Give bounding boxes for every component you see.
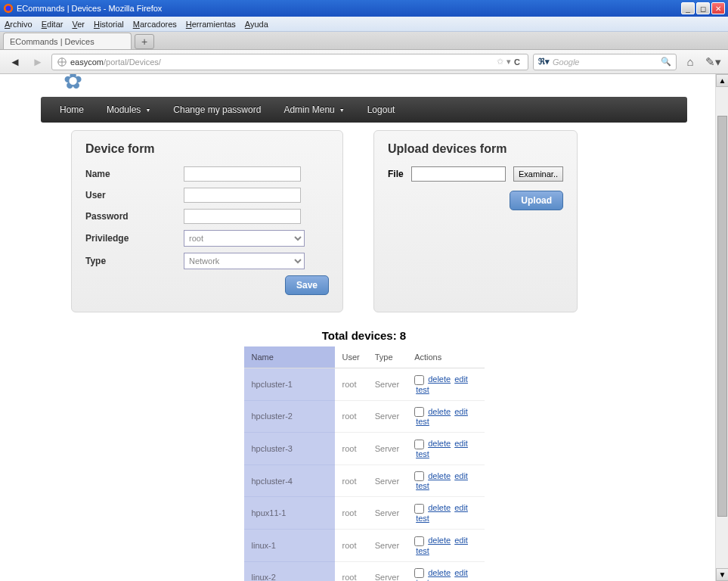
- file-label: File: [388, 169, 404, 179]
- menu-herramientas[interactable]: Herramientas: [186, 20, 236, 29]
- delete-link[interactable]: delete: [428, 407, 451, 416]
- maximize-button[interactable]: ◻: [696, 2, 710, 14]
- nav-home[interactable]: Home: [48, 97, 95, 123]
- table-row: hpcluster-3rootServerdelete edit test: [244, 433, 485, 465]
- menu-editar[interactable]: Editar: [42, 20, 64, 29]
- edit-link[interactable]: edit: [454, 407, 468, 416]
- row-checkbox[interactable]: [414, 440, 424, 449]
- upload-button[interactable]: Upload: [510, 191, 563, 210]
- menu-ver[interactable]: Ver: [72, 20, 85, 29]
- test-link[interactable]: test: [416, 449, 429, 458]
- forward-button[interactable]: ►: [29, 53, 47, 71]
- delete-link[interactable]: delete: [428, 503, 451, 512]
- edit-link[interactable]: edit: [454, 503, 468, 512]
- bookmarks-button[interactable]: ✎▾: [704, 53, 722, 71]
- total-devices-label: Total devices: 8: [41, 329, 687, 342]
- test-link[interactable]: test: [416, 578, 429, 581]
- th-user[interactable]: User: [335, 346, 367, 368]
- row-checkbox[interactable]: [414, 504, 424, 514]
- cell-name: linux-1: [244, 529, 335, 561]
- menu-ayuda[interactable]: Ayuda: [245, 20, 268, 29]
- row-checkbox[interactable]: [414, 407, 424, 417]
- feed-icon[interactable]: ✩: [497, 57, 503, 67]
- viewport: ✿ Home Modules▼ Change my password Admin…: [0, 74, 728, 581]
- type-select[interactable]: Network: [184, 253, 305, 269]
- nav-logout[interactable]: Logout: [356, 97, 407, 123]
- save-button[interactable]: Save: [285, 275, 329, 295]
- edit-link[interactable]: edit: [454, 374, 468, 384]
- test-link[interactable]: test: [416, 417, 429, 426]
- th-name[interactable]: Name: [244, 346, 335, 368]
- minimize-button[interactable]: _: [681, 2, 695, 14]
- browser-tab[interactable]: ECommands | Devices: [3, 33, 132, 49]
- test-link[interactable]: test: [416, 514, 429, 523]
- delete-link[interactable]: delete: [428, 536, 451, 545]
- password-input[interactable]: [184, 209, 301, 224]
- row-checkbox[interactable]: [414, 536, 424, 546]
- delete-link[interactable]: delete: [428, 439, 451, 448]
- edit-link[interactable]: edit: [454, 471, 468, 480]
- delete-link[interactable]: delete: [428, 568, 451, 577]
- home-button[interactable]: ⌂: [681, 53, 699, 71]
- search-placeholder: Google: [553, 57, 579, 67]
- url-input[interactable]: easycom/portal/Devices/ ✩ ▾ C: [51, 54, 528, 70]
- test-link[interactable]: test: [416, 481, 429, 490]
- nav-change-password[interactable]: Change my password: [162, 97, 272, 123]
- device-form-panel: Device form Name User Password Priviledg…: [71, 130, 343, 312]
- cell-actions: delete edit test: [407, 368, 484, 401]
- edit-link[interactable]: edit: [454, 568, 468, 577]
- test-link[interactable]: test: [416, 385, 429, 394]
- user-input[interactable]: [184, 188, 301, 203]
- row-checkbox[interactable]: [414, 471, 424, 481]
- scroll-up-button[interactable]: ▲: [716, 74, 728, 87]
- type-label: Type: [85, 256, 184, 266]
- name-input[interactable]: [184, 166, 301, 182]
- cell-user: root: [335, 529, 367, 561]
- chevron-down-icon: ▼: [145, 107, 150, 113]
- new-tab-button[interactable]: +: [135, 34, 154, 49]
- row-checkbox[interactable]: [414, 375, 424, 385]
- table-row: hpcluster-2rootServerdelete edit test: [244, 400, 485, 433]
- back-button[interactable]: ◄: [6, 53, 24, 71]
- table-row: linux-1rootServerdelete edit test: [244, 529, 485, 561]
- edit-link[interactable]: edit: [454, 536, 468, 545]
- test-link[interactable]: test: [416, 546, 429, 555]
- menu-archivo[interactable]: Archivo: [5, 20, 33, 29]
- cell-type: Server: [367, 400, 407, 433]
- search-input[interactable]: ℜ▾ Google 🔍: [533, 54, 677, 70]
- logo: ✿: [41, 74, 687, 97]
- th-type[interactable]: Type: [367, 346, 407, 368]
- devices-table: Name User Type Actions hpcluster-1rootSe…: [244, 346, 485, 581]
- table-row: linux-2rootServerdelete edit test: [244, 561, 485, 581]
- dropdown-icon[interactable]: ▾: [507, 57, 511, 67]
- url-domain: easycom: [70, 57, 104, 67]
- scroll-down-button[interactable]: ▼: [716, 568, 728, 581]
- privilege-select[interactable]: root: [184, 230, 305, 247]
- search-go-icon[interactable]: 🔍: [661, 57, 671, 67]
- row-checkbox[interactable]: [414, 568, 424, 578]
- scroll-thumb[interactable]: [717, 116, 727, 517]
- upload-form-panel: Upload devices form File Examinar.. Uplo…: [373, 130, 578, 312]
- cell-actions: delete edit test: [407, 497, 484, 530]
- nav-modules[interactable]: Modules▼: [95, 97, 162, 123]
- cell-name: hpux11-1: [244, 497, 335, 530]
- edit-link[interactable]: edit: [454, 439, 468, 448]
- window-title: ECommands | Devices - Mozilla Firefox: [17, 4, 681, 13]
- delete-link[interactable]: delete: [428, 471, 451, 480]
- cell-user: root: [335, 497, 367, 530]
- vertical-scrollbar[interactable]: ▲ ▼: [715, 74, 728, 581]
- close-button[interactable]: ✕: [711, 2, 725, 14]
- device-form-title: Device form: [85, 142, 329, 156]
- cell-type: Server: [367, 497, 407, 530]
- menu-marcadores[interactable]: Marcadores: [133, 20, 177, 29]
- nav-admin-menu[interactable]: Admin Menu▼: [272, 97, 355, 123]
- cell-user: root: [335, 464, 367, 497]
- delete-link[interactable]: delete: [428, 374, 451, 384]
- reload-button[interactable]: C: [514, 57, 520, 67]
- th-actions: Actions: [407, 346, 484, 368]
- cell-user: root: [335, 433, 367, 465]
- menu-historial[interactable]: Historial: [94, 20, 124, 29]
- globe-icon: [57, 57, 67, 67]
- browse-button[interactable]: Examinar..: [513, 166, 563, 182]
- file-path-display: [411, 166, 506, 182]
